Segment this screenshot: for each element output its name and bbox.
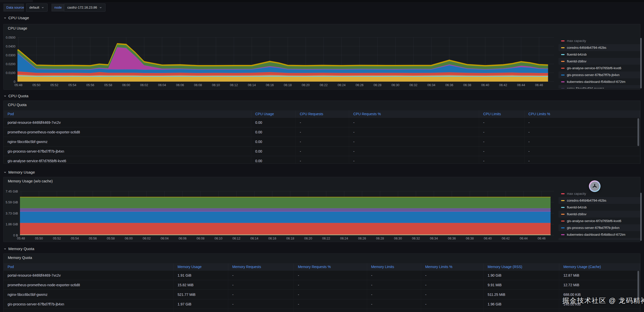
x-axis-tick-label: 06:14 [248, 83, 256, 87]
legend-item[interactable]: max capacity [559, 37, 640, 44]
column-header[interactable]: CPU Limits % [524, 110, 640, 117]
legend-item[interactable]: max capacity [559, 190, 640, 197]
legend-item[interactable]: coredns-64fd4b4794-r62bs [559, 44, 640, 51]
legend-item[interactable]: gis-analyse-service-6f7d765bf6-kvxt6 [559, 218, 640, 224]
x-axis-tick-label: 06:02 [140, 83, 148, 87]
x-axis-tick-label: 05:54 [71, 237, 79, 240]
legend-item[interactable]: kubernetes-dashboard-f54b8bccf-672tm [559, 231, 640, 238]
legend-swatch-icon [561, 193, 565, 194]
section-header-cpu-quota[interactable]: CPU Quota [4, 93, 28, 99]
y-axis-tick-label: 5.59 GiB [6, 201, 18, 204]
legend-item[interactable]: fluentd-b4zsb [559, 204, 640, 211]
legend-label: fluentd-zb8sv [567, 59, 586, 63]
column-header[interactable]: Memory Usage (Cache) [559, 263, 640, 270]
column-header[interactable]: CPU Requests % [349, 110, 479, 117]
pod-name-cell: nginx-5bcc6bc5bf-gwxmz [4, 137, 251, 146]
section-header-memory-quota[interactable]: Memory Quota [4, 246, 34, 252]
value-cell: - [228, 290, 294, 299]
column-header[interactable]: CPU Requests [296, 110, 349, 117]
panel-memory-quota: Memory Quota PodMemory UsageMemory Reque… [3, 253, 640, 312]
chevron-down-icon [41, 6, 44, 9]
memory-usage-chart[interactable]: 05:4805:5005:5205:5405:5605:5806:0006:02… [4, 177, 640, 242]
node-select[interactable]: casthz-172.16.23.86 [64, 4, 105, 12]
data-source-select[interactable]: default [26, 4, 48, 12]
y-axis-tick-label: 3.73 GiB [6, 212, 18, 215]
x-axis-tick-label: 06:10 [214, 237, 222, 240]
memory-legend-scrollbar[interactable] [640, 193, 642, 241]
legend-label: gis-analyse-service-6f7d765bf6-kvxt6 [567, 219, 621, 223]
legend-swatch-icon [561, 47, 565, 48]
x-axis-tick-label: 06:12 [232, 237, 240, 240]
x-axis-tick-label: 06:30 [391, 83, 399, 87]
pod-name-cell: prometheus-prometheus-node-exporter-sc6d… [4, 280, 173, 290]
column-header[interactable]: Memory Requests % [294, 263, 367, 270]
series-area-portal-resource-846fdf4469-7vc2v [20, 197, 551, 208]
value-cell: - [421, 280, 484, 290]
cpu-quota-table-scrollbar[interactable] [637, 118, 639, 146]
column-header[interactable]: Memory Limits [367, 263, 421, 270]
legend-item[interactable]: nginx-5bcc6bc5bf-gwxmz [559, 238, 640, 240]
data-source-label: Data source [3, 4, 24, 12]
cpu-legend-scrollbar[interactable] [640, 38, 642, 88]
x-axis-tick-label: 06:14 [250, 237, 258, 240]
x-axis-tick-label: 06:34 [427, 83, 435, 87]
value-cell: - [296, 127, 349, 137]
floating-assistant-button[interactable] [589, 180, 601, 192]
x-axis-tick-label: 05:58 [104, 83, 112, 87]
value-cell: 0.00 [251, 118, 296, 127]
panel-title-cpu-quota[interactable]: CPU Quota [8, 103, 27, 107]
column-header[interactable]: Pod [4, 263, 173, 270]
value-cell: 0.00 [251, 137, 296, 146]
legend-swatch-icon [561, 221, 565, 222]
legend-item[interactable]: kubernetes-dashboard-f54b8bccf-672tm [559, 78, 640, 85]
legend-swatch-icon [561, 200, 565, 201]
legend-item[interactable]: fluentd-zb8sv [559, 58, 640, 65]
data-source-value: default [29, 4, 39, 11]
legend-label: max capacity [567, 39, 586, 43]
x-axis-tick-label: 05:48 [14, 83, 22, 87]
column-header[interactable]: Memory Usage [173, 263, 228, 270]
legend-item[interactable]: coredns-64fd4b4794-r62bs [559, 197, 640, 204]
grafana-dashboard: Data source default node casthz-172.16.2… [0, 0, 644, 312]
x-axis-tick-label: 06:10 [212, 83, 220, 87]
x-axis-tick-label: 06:26 [358, 237, 366, 240]
x-axis-tick-label: 06:40 [481, 83, 489, 87]
legend-item[interactable]: gis-process-server-67fbd7ff7b-jb4xn [559, 71, 640, 78]
legend-label: kubernetes-dashboard-f54b8bccf-672tm [567, 233, 625, 236]
value-cell: - [421, 309, 484, 312]
legend-item[interactable]: fluentd-zb8sv [559, 211, 640, 218]
column-header[interactable]: Memory Limits % [421, 263, 484, 270]
column-header[interactable]: Pod [4, 110, 251, 117]
x-axis-tick-label: 05:56 [89, 237, 97, 240]
column-header[interactable]: Memory Requests [228, 263, 294, 270]
panel-title-memory-quota[interactable]: Memory Quota [8, 256, 32, 260]
column-header[interactable]: CPU Usage [251, 110, 296, 117]
legend-item[interactable]: nginx-5bcc6bc5bf-gwxmz [559, 85, 640, 88]
legend-swatch-icon [561, 207, 565, 208]
table-row: portal-resource-846fdf4469-7vc2v0.00---- [4, 117, 640, 127]
value-cell: 1.97 GiB [484, 309, 560, 312]
assistant-icon [590, 182, 599, 191]
column-header[interactable]: Memory Usage (RSS) [484, 263, 560, 270]
legend-item[interactable]: gis-analyse-service-6f7d765bf6-kvxt6 [559, 65, 640, 71]
value-cell: - [524, 147, 640, 156]
legend-item[interactable]: gis-process-server-67fbd7ff7b-jb4xn [559, 224, 640, 231]
cpu-usage-chart[interactable]: 05:4805:5005:5205:5405:5605:5806:0006:02… [4, 24, 640, 89]
value-cell: 12.72 MiB [559, 280, 640, 290]
x-axis-tick-label: 06:00 [125, 237, 132, 240]
x-axis-tick-label: 06:26 [356, 83, 363, 87]
legend-item[interactable]: fluentd-b4zsb [559, 51, 640, 58]
memory-quota-table-scrollbar[interactable] [637, 271, 639, 299]
value-cell: 1.91 GiB [173, 271, 228, 280]
column-header[interactable]: CPU Limits [479, 110, 524, 117]
section-header-cpu-usage[interactable]: CPU Usage [4, 15, 29, 21]
value-cell: - [479, 156, 524, 164]
chevron-down-icon [99, 6, 102, 9]
x-axis-tick-label: 06:16 [266, 83, 274, 87]
value-cell: - [421, 299, 484, 309]
section-header-memory-usage[interactable]: Memory Usage [4, 170, 35, 175]
value-cell: - [349, 137, 479, 146]
legend-label: nginx-5bcc6bc5bf-gwxmz [567, 239, 604, 240]
value-cell: - [524, 127, 640, 137]
x-axis-tick-label: 06:40 [484, 237, 492, 240]
